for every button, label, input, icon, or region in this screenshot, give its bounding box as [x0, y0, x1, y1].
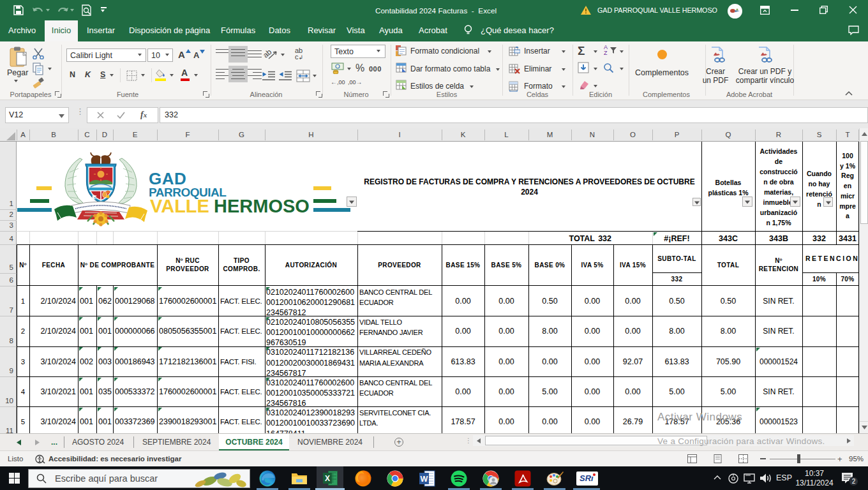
svg-text:W: W: [421, 475, 428, 484]
svg-text:X: X: [325, 474, 330, 483]
